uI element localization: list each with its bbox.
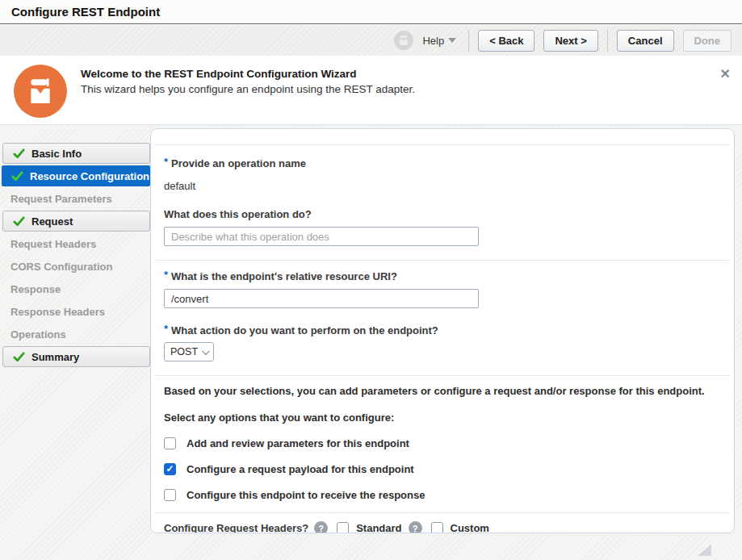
wizard-toolbar: Help < Back Next > Cancel Done	[0, 25, 742, 56]
step-response: Response	[0, 278, 150, 299]
check-icon	[13, 215, 25, 228]
help-icon[interactable]: ?	[314, 521, 328, 533]
request-payload-checkbox[interactable]	[164, 463, 176, 475]
step-request[interactable]: Request	[2, 211, 150, 232]
resource-uri-input[interactable]	[164, 289, 479, 308]
divider	[156, 375, 729, 376]
action-select-value: POST	[170, 346, 198, 357]
caret-down-icon	[448, 38, 456, 43]
wizard-steps-sidebar: Basic Info Resource Configuration Reques…	[0, 143, 150, 367]
step-request-parameters: Request Parameters	[0, 188, 150, 209]
step-response-headers: Response Headers	[0, 301, 150, 322]
required-marker: *	[164, 156, 168, 168]
action-select[interactable]: POST	[164, 342, 214, 361]
resource-uri-label: *What is the endpoint's relative resourc…	[164, 270, 721, 282]
step-summary[interactable]: Summary	[2, 346, 150, 367]
step-resource-configuration[interactable]: Resource Configuration	[2, 165, 150, 186]
standard-headers-checkbox[interactable]	[337, 522, 349, 533]
required-marker: *	[164, 323, 168, 335]
check-icon	[11, 170, 23, 182]
option-row-parameters: Add and review parameters for this endpo…	[164, 437, 721, 449]
help-label: Help	[422, 35, 444, 47]
operation-desc-input[interactable]	[164, 227, 479, 246]
option-row-response: Configure this endpoint to receive the r…	[164, 489, 721, 501]
response-checkbox[interactable]	[164, 489, 176, 501]
operation-name-label: *Provide an operation name	[164, 157, 721, 169]
next-button[interactable]: Next >	[543, 30, 597, 52]
help-icon[interactable]: ?	[409, 521, 422, 533]
cancel-button[interactable]: Cancel	[617, 30, 674, 52]
rest-adapter-avatar	[394, 31, 413, 50]
step-basic-info[interactable]: Basic Info	[2, 143, 150, 164]
resize-grip[interactable]	[698, 544, 711, 556]
check-icon	[13, 148, 25, 160]
response-checkbox-label: Configure this endpoint to receive the r…	[187, 489, 425, 501]
done-button[interactable]: Done	[683, 30, 732, 52]
page-title: Configure REST Endpoint	[11, 5, 160, 19]
toolbar-separator	[468, 30, 469, 52]
back-button[interactable]: < Back	[478, 30, 534, 52]
selection-info-text: Based on your selections, you can add pa…	[164, 385, 721, 397]
required-marker: *	[164, 269, 168, 281]
parameters-checkbox-label: Add and review parameters for this endpo…	[187, 437, 409, 449]
request-headers-row: Configure Request Headers? ? Standard ? …	[164, 521, 721, 533]
options-prompt: Select any options that you want to conf…	[164, 412, 721, 424]
operation-name-value: default	[164, 180, 721, 192]
wizard-body: *Provide an operation name default What …	[0, 125, 742, 560]
request-headers-label: Configure Request Headers?	[164, 522, 308, 533]
toolbar-separator	[607, 30, 608, 52]
rest-adapter-badge	[14, 65, 67, 118]
resource-configuration-panel: *Provide an operation name default What …	[150, 128, 735, 533]
operation-desc-label: What does this operation do?	[164, 208, 721, 220]
option-row-request-payload: Configure a request payload for this end…	[164, 463, 721, 475]
step-operations: Operations	[0, 324, 150, 345]
custom-headers-checkbox[interactable]	[431, 522, 443, 533]
check-icon	[13, 351, 25, 363]
parameters-checkbox[interactable]	[164, 437, 176, 449]
custom-headers-label: Custom	[451, 522, 489, 533]
help-menu[interactable]: Help	[422, 35, 456, 47]
standard-headers-label: Standard	[356, 522, 401, 533]
chevron-down-icon	[202, 347, 210, 355]
close-icon[interactable]: ×	[720, 65, 730, 81]
action-label: *What action do you want to perform on t…	[164, 324, 721, 336]
request-payload-checkbox-label: Configure a request payload for this end…	[187, 463, 414, 475]
step-request-headers: Request Headers	[0, 233, 150, 254]
banner-title: Welcome to the REST Endpoint Configurati…	[81, 68, 357, 80]
divider	[156, 512, 729, 513]
divider	[156, 260, 729, 261]
step-cors-configuration: CORS Configuration	[0, 256, 150, 277]
window-titlebar: Configure REST Endpoint	[0, 0, 742, 24]
welcome-banner: Welcome to the REST Endpoint Configurati…	[0, 56, 742, 125]
rest-adapter-icon	[24, 75, 57, 107]
rest-adapter-icon-gray	[397, 34, 410, 47]
divider	[156, 144, 729, 145]
banner-subtitle: This wizard helps you configure an endpo…	[81, 83, 415, 95]
